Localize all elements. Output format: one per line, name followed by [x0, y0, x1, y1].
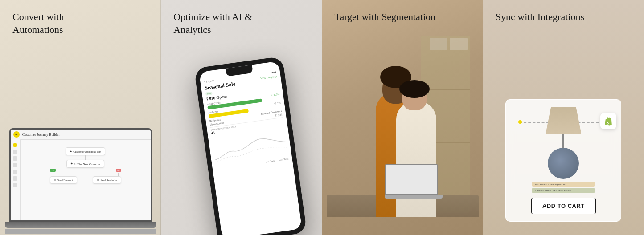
panel-4-title: Sync with Integrations [496, 11, 584, 24]
panel-automations: Convert with Automations ✦ Customer Jour… [0, 0, 161, 235]
laptop-mockup: ✦ Customer Journey Builder [4, 66, 156, 235]
book-1: Jessi Klein - I'll Show Myself Out [532, 182, 595, 187]
opens-line [213, 135, 287, 160]
signal-icons: ●●● [271, 70, 277, 73]
panel-3-title: Target with Segmentation [335, 11, 436, 24]
journey-builder-label: Customer Journey Builder [22, 133, 60, 137]
product-card-container: Jessi Klein - I'll Show Myself Out Camil… [505, 99, 621, 222]
journey-builder-main: ▶ Customer abandons cart ✦ If/Else New C… [21, 139, 151, 220]
no-badge: No [116, 169, 121, 172]
play-icon: ▶ [70, 150, 72, 153]
laptop: ✦ Customer Journey Builder [5, 128, 156, 235]
laptop-on-table [385, 164, 443, 199]
email-icon-1: ✉ [54, 178, 56, 182]
screen-header: ✦ Customer Journey Builder [11, 130, 151, 140]
shopify-badge [600, 113, 616, 129]
sidebar-item-6 [13, 183, 17, 187]
sidebar-item-5 [13, 176, 17, 181]
condition-icon: ✦ [70, 162, 73, 166]
dot-indicator [518, 120, 522, 124]
panel-1-title: Convert with Automations [12, 11, 64, 36]
phone-chart: Opens Clicks [212, 129, 288, 165]
phone-screen: ↑ Reports ●●● Seasonal Sale Live View ca… [199, 61, 302, 235]
panel-2-title: Optimize with AI & Analytics [173, 11, 252, 36]
email-icon-2: ✉ [97, 178, 99, 182]
panel-analytics: Optimize with AI & Analytics ↑ Reports ●… [161, 0, 322, 235]
laptop-keyboard [5, 229, 156, 234]
journey-node-send-discount: ✉ Send Discount [50, 176, 77, 184]
book-stack: Jessi Klein - I'll Show Myself Out Camil… [532, 182, 595, 193]
book-2-text: Camille et Yanille ARAB GOURMAN [535, 190, 570, 192]
mailchimp-icon: ✦ [13, 131, 20, 138]
book-1-text: Jessi Klein - I'll Show Myself Out [535, 183, 565, 186]
clicks-legend: Clicks [279, 158, 289, 161]
panel-integrations: Sync with Integrations [483, 0, 644, 235]
live-badge: Live [205, 92, 213, 96]
lamp-shade [546, 107, 581, 134]
connector-1 [85, 155, 86, 160]
journey-node-2: ✦ If/Else New Customer [66, 160, 104, 168]
book-2: Camille et Yanille ARAB GOURMAN [532, 188, 595, 193]
journey-node-1: ▶ Customer abandons cart [66, 147, 105, 155]
send-reminder-label: Send Reminder [100, 179, 117, 182]
lamp-base [548, 148, 579, 179]
sidebar-item-3 [13, 163, 17, 167]
send-discount-label: Send Discount [57, 179, 73, 182]
laptop-base [5, 222, 156, 228]
node-2-label: If/Else New Customer [74, 162, 100, 166]
node-1-label: Customer abandons cart [73, 150, 101, 153]
product-card: Jessi Klein - I'll Show Myself Out Camil… [505, 99, 621, 222]
journey-node-send-reminder: ✉ Send Reminder [93, 176, 121, 184]
lamp-stem [562, 134, 564, 148]
sidebar-item-active [13, 143, 17, 147]
view-campaign-link: View campaign [260, 75, 277, 80]
yes-badge: Yes [50, 169, 56, 172]
shopify-icon [604, 116, 613, 126]
product-display: Jessi Klein - I'll Show Myself Out Camil… [515, 107, 612, 214]
laptop-screen: ✦ Customer Journey Builder [9, 128, 152, 222]
sidebar-item-2 [13, 156, 17, 161]
sidebar-item-1 [13, 150, 17, 154]
unsubscribes-value: 11,021 [275, 113, 283, 117]
clicks-percent: +66.7% [271, 93, 280, 97]
opens-legend: Opens [265, 159, 275, 163]
reports-label: ↑ Reports [204, 79, 214, 83]
add-to-cart-button[interactable]: ADD TO CART [531, 198, 596, 214]
audience-percent: 42.1% [274, 101, 281, 105]
sidebar-item-4 [13, 170, 17, 174]
screen-sidebar [11, 139, 21, 220]
panel-segmentation: Target with Segmentation [322, 0, 483, 235]
